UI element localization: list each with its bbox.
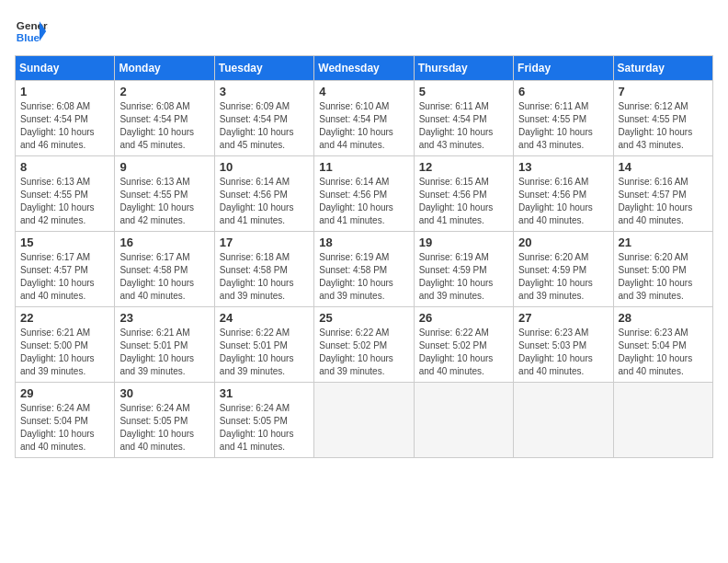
weekday-header-friday: Friday — [514, 56, 613, 81]
calendar-day-11: 11Sunrise: 6:14 AMSunset: 4:56 PMDayligh… — [314, 156, 414, 232]
calendar-week-3: 15Sunrise: 6:17 AMSunset: 4:57 PMDayligh… — [16, 232, 713, 307]
calendar-day-18: 18Sunrise: 6:19 AMSunset: 4:58 PMDayligh… — [314, 232, 414, 307]
calendar-week-1: 1Sunrise: 6:08 AMSunset: 4:54 PMDaylight… — [16, 81, 713, 156]
day-info: Sunrise: 6:22 AMSunset: 5:02 PMDaylight:… — [419, 327, 508, 378]
calendar-day-28: 28Sunrise: 6:23 AMSunset: 5:04 PMDayligh… — [613, 307, 712, 383]
calendar-day-21: 21Sunrise: 6:20 AMSunset: 5:00 PMDayligh… — [613, 232, 712, 307]
logo-icon: General Blue — [15, 15, 48, 48]
day-number: 4 — [319, 85, 408, 98]
day-number: 28 — [619, 311, 708, 325]
calendar-week-5: 29Sunrise: 6:24 AMSunset: 5:04 PMDayligh… — [16, 383, 713, 458]
day-info: Sunrise: 6:22 AMSunset: 5:01 PMDaylight:… — [220, 327, 309, 378]
weekday-header-row: SundayMondayTuesdayWednesdayThursdayFrid… — [16, 56, 713, 81]
calendar-day-29: 29Sunrise: 6:24 AMSunset: 5:04 PMDayligh… — [16, 383, 115, 458]
day-number: 23 — [119, 311, 209, 325]
calendar-day-13: 13Sunrise: 6:16 AMSunset: 4:56 PMDayligh… — [514, 156, 613, 232]
calendar-day-empty — [613, 383, 712, 458]
day-number: 10 — [220, 160, 309, 174]
day-info: Sunrise: 6:24 AMSunset: 5:04 PMDaylight:… — [20, 402, 109, 454]
svg-text:Blue: Blue — [17, 31, 40, 43]
day-info: Sunrise: 6:21 AMSunset: 5:00 PMDaylight:… — [20, 327, 109, 378]
day-info: Sunrise: 6:10 AMSunset: 4:54 PMDaylight:… — [319, 100, 408, 152]
day-number: 14 — [619, 160, 708, 174]
day-info: Sunrise: 6:20 AMSunset: 4:59 PMDaylight:… — [518, 251, 608, 303]
day-number: 15 — [20, 236, 109, 249]
calendar-week-2: 8Sunrise: 6:13 AMSunset: 4:55 PMDaylight… — [16, 156, 713, 232]
day-info: Sunrise: 6:20 AMSunset: 5:00 PMDaylight:… — [619, 251, 708, 303]
day-info: Sunrise: 6:17 AMSunset: 4:57 PMDaylight:… — [20, 251, 109, 303]
calendar-day-1: 1Sunrise: 6:08 AMSunset: 4:54 PMDaylight… — [16, 81, 115, 156]
day-number: 21 — [619, 236, 708, 249]
calendar-day-4: 4Sunrise: 6:10 AMSunset: 4:54 PMDaylight… — [314, 81, 414, 156]
day-info: Sunrise: 6:11 AMSunset: 4:55 PMDaylight:… — [518, 100, 608, 152]
calendar-day-31: 31Sunrise: 6:24 AMSunset: 5:05 PMDayligh… — [214, 383, 313, 458]
day-info: Sunrise: 6:14 AMSunset: 4:56 PMDaylight:… — [319, 176, 408, 227]
calendar-day-23: 23Sunrise: 6:21 AMSunset: 5:01 PMDayligh… — [115, 307, 214, 383]
day-number: 25 — [319, 311, 408, 325]
day-number: 2 — [119, 85, 209, 98]
weekday-header-monday: Monday — [115, 56, 214, 81]
day-info: Sunrise: 6:13 AMSunset: 4:55 PMDaylight:… — [119, 176, 209, 227]
day-info: Sunrise: 6:13 AMSunset: 4:55 PMDaylight:… — [20, 176, 109, 227]
calendar-day-30: 30Sunrise: 6:24 AMSunset: 5:05 PMDayligh… — [115, 383, 214, 458]
calendar-day-27: 27Sunrise: 6:23 AMSunset: 5:03 PMDayligh… — [514, 307, 613, 383]
day-info: Sunrise: 6:19 AMSunset: 4:59 PMDaylight:… — [419, 251, 508, 303]
calendar-day-9: 9Sunrise: 6:13 AMSunset: 4:55 PMDaylight… — [115, 156, 214, 232]
day-info: Sunrise: 6:19 AMSunset: 4:58 PMDaylight:… — [319, 251, 408, 303]
day-number: 20 — [518, 236, 608, 249]
day-number: 11 — [319, 160, 408, 174]
day-number: 18 — [319, 236, 408, 249]
weekday-header-thursday: Thursday — [414, 56, 513, 81]
day-number: 12 — [419, 160, 508, 174]
day-info: Sunrise: 6:23 AMSunset: 5:04 PMDaylight:… — [619, 327, 708, 378]
weekday-header-tuesday: Tuesday — [214, 56, 313, 81]
calendar-day-6: 6Sunrise: 6:11 AMSunset: 4:55 PMDaylight… — [514, 81, 613, 156]
weekday-header-wednesday: Wednesday — [314, 56, 414, 81]
day-number: 19 — [419, 236, 508, 249]
day-number: 1 — [20, 85, 109, 98]
calendar-day-16: 16Sunrise: 6:17 AMSunset: 4:58 PMDayligh… — [115, 232, 214, 307]
day-info: Sunrise: 6:24 AMSunset: 5:05 PMDaylight:… — [119, 402, 209, 454]
day-info: Sunrise: 6:23 AMSunset: 5:03 PMDaylight:… — [518, 327, 608, 378]
day-number: 9 — [119, 160, 209, 174]
day-number: 8 — [20, 160, 109, 174]
calendar-day-2: 2Sunrise: 6:08 AMSunset: 4:54 PMDaylight… — [115, 81, 214, 156]
day-info: Sunrise: 6:15 AMSunset: 4:56 PMDaylight:… — [419, 176, 508, 227]
day-number: 17 — [220, 236, 309, 249]
calendar-day-25: 25Sunrise: 6:22 AMSunset: 5:02 PMDayligh… — [314, 307, 414, 383]
day-info: Sunrise: 6:09 AMSunset: 4:54 PMDaylight:… — [220, 100, 309, 152]
page-header: General Blue — [15, 15, 713, 48]
day-info: Sunrise: 6:24 AMSunset: 5:05 PMDaylight:… — [220, 402, 309, 454]
day-number: 6 — [518, 85, 608, 98]
day-info: Sunrise: 6:21 AMSunset: 5:01 PMDaylight:… — [119, 327, 209, 378]
day-number: 29 — [20, 386, 109, 400]
logo: General Blue — [15, 15, 48, 48]
day-info: Sunrise: 6:14 AMSunset: 4:56 PMDaylight:… — [220, 176, 309, 227]
day-info: Sunrise: 6:11 AMSunset: 4:54 PMDaylight:… — [419, 100, 508, 152]
calendar-day-3: 3Sunrise: 6:09 AMSunset: 4:54 PMDaylight… — [214, 81, 313, 156]
calendar-table: SundayMondayTuesdayWednesdayThursdayFrid… — [15, 55, 713, 458]
day-info: Sunrise: 6:08 AMSunset: 4:54 PMDaylight:… — [20, 100, 109, 152]
calendar-day-17: 17Sunrise: 6:18 AMSunset: 4:58 PMDayligh… — [214, 232, 313, 307]
calendar-day-7: 7Sunrise: 6:12 AMSunset: 4:55 PMDaylight… — [613, 81, 712, 156]
calendar-day-10: 10Sunrise: 6:14 AMSunset: 4:56 PMDayligh… — [214, 156, 313, 232]
day-info: Sunrise: 6:16 AMSunset: 4:57 PMDaylight:… — [619, 176, 708, 227]
calendar-day-empty — [514, 383, 613, 458]
calendar-day-15: 15Sunrise: 6:17 AMSunset: 4:57 PMDayligh… — [16, 232, 115, 307]
day-number: 16 — [119, 236, 209, 249]
day-number: 26 — [419, 311, 508, 325]
day-number: 30 — [119, 386, 209, 400]
day-info: Sunrise: 6:08 AMSunset: 4:54 PMDaylight:… — [119, 100, 209, 152]
calendar-day-14: 14Sunrise: 6:16 AMSunset: 4:57 PMDayligh… — [613, 156, 712, 232]
weekday-header-sunday: Sunday — [16, 56, 115, 81]
day-info: Sunrise: 6:12 AMSunset: 4:55 PMDaylight:… — [619, 100, 708, 152]
calendar-day-8: 8Sunrise: 6:13 AMSunset: 4:55 PMDaylight… — [16, 156, 115, 232]
calendar-day-24: 24Sunrise: 6:22 AMSunset: 5:01 PMDayligh… — [214, 307, 313, 383]
day-number: 27 — [518, 311, 608, 325]
day-info: Sunrise: 6:16 AMSunset: 4:56 PMDaylight:… — [518, 176, 608, 227]
day-number: 3 — [220, 85, 309, 98]
calendar-week-4: 22Sunrise: 6:21 AMSunset: 5:00 PMDayligh… — [16, 307, 713, 383]
weekday-header-saturday: Saturday — [613, 56, 712, 81]
calendar-day-empty — [314, 383, 414, 458]
day-number: 22 — [20, 311, 109, 325]
